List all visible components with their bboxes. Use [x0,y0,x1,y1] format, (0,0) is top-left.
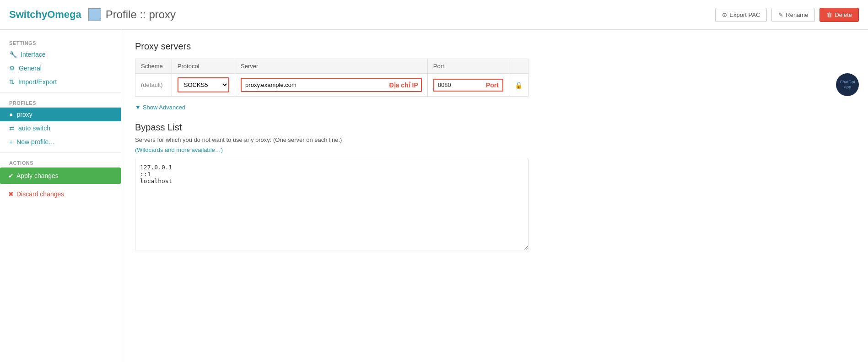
scheme-cell: (default) [135,74,172,97]
col-protocol: Protocol [172,59,235,74]
sidebar-item-auto-switch[interactable]: ⇄ auto switch [0,121,121,135]
server-cell: Địa chỉ IP [235,74,428,97]
port-watermark-label: Port [486,81,499,89]
avatar[interactable]: ChatGpt App [836,73,859,96]
protocol-select[interactable]: HTTP HTTPS SOCKS4 SOCKS5 [178,77,229,92]
port-cell: 8080 Port [427,74,509,97]
sidebar: SETTINGS 🔧 Interface ⚙ General ⇅ Import/… [0,30,121,362]
avatar-label: ChatGpt App [836,79,859,91]
table-row: (default) HTTP HTTPS SOCKS4 SOCKS5 Địa c… [135,74,528,97]
plus-icon: + [9,138,13,146]
delete-button[interactable]: 🗑 Delete [819,8,859,22]
server-input[interactable] [241,78,422,92]
auto-switch-icon: ⇄ [9,124,15,132]
sidebar-item-import-export[interactable]: ⇅ Import/Export [0,75,121,89]
actions-section-label: ACTIONS [0,157,121,167]
rename-button[interactable]: ✎ Rename [771,8,815,22]
gear-icon: ⚙ [9,65,15,72]
sidebar-item-interface[interactable]: 🔧 Interface [0,48,121,61]
col-scheme: Scheme [135,59,172,74]
sidebar-item-new-profile[interactable]: + New profile… [0,135,121,149]
profile-color-indicator [88,8,101,21]
bypass-textarea[interactable]: 127.0.0.1 ::1 localhost [135,159,528,250]
apply-changes-button[interactable]: ✔ Apply changes [0,167,121,184]
discard-changes-button[interactable]: ✖ Discard changes [0,187,121,201]
proxy-icon: ● [9,111,13,118]
rename-icon: ✎ [778,11,783,18]
chevron-down-icon: ▼ [135,104,141,111]
app-title[interactable]: SwitchyOmega [9,9,81,21]
proxy-table: Scheme Protocol Server Port (default) HT… [135,59,528,97]
page-title: Profile :: proxy [106,8,176,21]
lock-icon[interactable]: 🔒 [515,81,523,89]
delete-icon: 🗑 [826,11,832,18]
settings-section-label: SETTINGS [0,37,121,48]
sidebar-item-general[interactable]: ⚙ General [0,61,121,75]
col-server: Server [235,59,428,74]
export-pac-icon: ⊙ [722,11,727,18]
main-content: Proxy servers Scheme Protocol Server Por… [121,30,868,362]
protocol-cell: HTTP HTTPS SOCKS4 SOCKS5 [172,74,235,97]
col-port: Port [427,59,509,74]
wrench-icon: 🔧 [9,51,17,58]
wildcards-link[interactable]: (Wildcards and more available…) [135,146,223,153]
lock-cell: 🔒 [509,74,528,97]
col-lock [509,59,528,74]
export-pac-button[interactable]: ⊙ Export PAC [715,8,767,22]
profiles-section-label: PROFILES [0,97,121,108]
discard-icon: ✖ [8,190,14,198]
bypass-list-title: Bypass List [135,122,854,133]
show-advanced-link[interactable]: ▼ Show Advanced [135,104,185,111]
import-export-icon: ⇅ [9,78,15,86]
bypass-description: Servers for which you do not want to use… [135,136,854,143]
port-value: 8080 [438,81,481,88]
apply-icon: ✔ [8,172,14,179]
proxy-servers-title: Proxy servers [135,41,854,52]
sidebar-item-proxy[interactable]: ● proxy [0,108,121,121]
